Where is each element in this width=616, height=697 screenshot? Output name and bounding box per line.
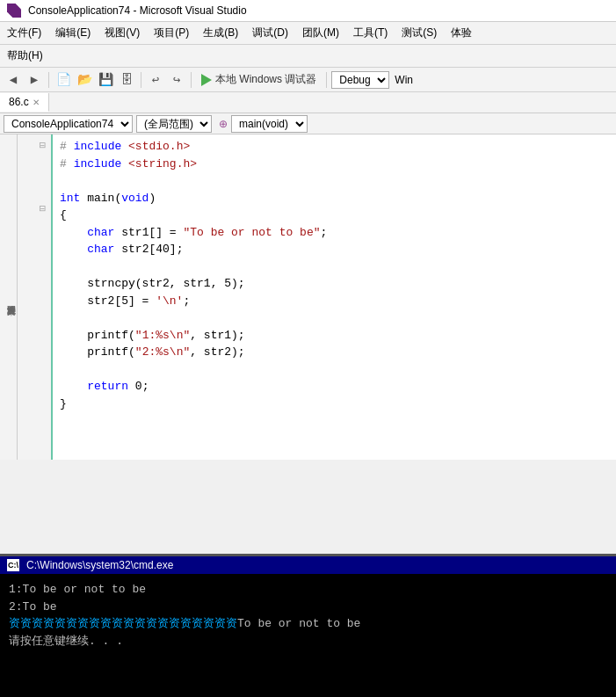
cmd-title-bar: C:\ C:\Windows\system32\cmd.exe — [0, 556, 616, 574]
save-all-btn[interactable]: 🗄 — [117, 70, 136, 90]
editor-area: 解决方案资源管理器 ⊟ ⊟ — [0, 134, 616, 460]
project-dropdown[interactable]: ConsoleApplication74 — [4, 115, 133, 133]
run-label: 本地 Windows 调试器 — [215, 72, 316, 87]
cmd-line-4: 请按任意键继续. . . — [9, 633, 607, 650]
redo-btn[interactable]: ↪ — [167, 70, 186, 90]
function-dropdown[interactable]: main(void) — [231, 115, 308, 133]
title-bar: ConsoleApplication74 - Microsoft Visual … — [0, 0, 616, 22]
back-btn[interactable]: ◀ — [4, 70, 23, 90]
vs-icon — [7, 4, 21, 18]
tab-close-icon[interactable]: ✕ — [33, 98, 40, 107]
forward-btn[interactable]: ▶ — [25, 70, 44, 90]
nav-bar: ConsoleApplication74 (全局范围) ⊕ main(void) — [0, 113, 616, 134]
menu-debug[interactable]: 调试(D) — [245, 22, 295, 44]
debug-dropdown[interactable]: Debug — [331, 71, 389, 89]
cmd-title: C:\Windows\system32\cmd.exe — [26, 559, 173, 571]
cmd-window: C:\ C:\Windows\system32\cmd.exe 1:To be … — [0, 554, 616, 697]
menu-project[interactable]: 项目(P) — [147, 22, 196, 44]
menu-exp[interactable]: 体验 — [444, 22, 479, 44]
new-file-btn[interactable]: 📄 — [54, 70, 73, 90]
code-container[interactable]: ⊟ ⊟ # include <stdio.h> # include <stri — [18, 134, 616, 460]
tab-bar: 86.c ✕ — [0, 92, 616, 113]
code-editor[interactable]: # include <stdio.h> # include <string.h>… — [53, 134, 616, 460]
menu-tools[interactable]: 工具(T) — [346, 22, 395, 44]
cmd-output: 1:To be or not to be 2:To be 资资资资资资资资资资资… — [0, 574, 616, 697]
left-sidebar: 解决方案资源管理器 — [0, 134, 18, 460]
line-numbers: ⊟ ⊟ — [18, 134, 53, 460]
run-button[interactable]: 本地 Windows 调试器 — [196, 70, 322, 89]
menu-bar-2: 帮助(H) — [0, 45, 616, 68]
menu-test[interactable]: 测试(S) — [395, 22, 444, 44]
menu-build[interactable]: 生成(B) — [196, 22, 245, 44]
scope-dropdown[interactable]: (全局范围) — [136, 115, 212, 133]
cmd-icon: C:\ — [7, 559, 19, 571]
function-icon: ⊕ — [219, 118, 228, 130]
sep1 — [48, 72, 49, 88]
garbled-text: 资资资资资资资资资资资资资资资资资资资资 — [9, 617, 237, 630]
menu-file[interactable]: 文件(F) — [0, 22, 48, 44]
tab-86c[interactable]: 86.c ✕ — [0, 93, 49, 112]
sep4 — [326, 72, 327, 88]
menu-bar: 文件(F) 编辑(E) 视图(V) 项目(P) 生成(B) 调试(D) 团队(M… — [0, 22, 616, 45]
menu-team[interactable]: 团队(M) — [295, 22, 346, 44]
undo-btn[interactable]: ↩ — [146, 70, 165, 90]
menu-edit[interactable]: 编辑(E) — [48, 22, 98, 44]
save-btn[interactable]: 💾 — [96, 70, 115, 90]
win-label: Win — [395, 74, 413, 86]
toolbar: ◀ ▶ 📄 📂 💾 🗄 ↩ ↪ 本地 Windows 调试器 Debug Win — [0, 68, 616, 92]
cmd-line-1: 1:To be or not to be — [9, 581, 607, 599]
editor-section: 86.c ✕ ConsoleApplication74 (全局范围) ⊕ mai… — [0, 92, 616, 554]
menu-help[interactable]: 帮助(H) — [0, 45, 50, 67]
open-btn[interactable]: 📂 — [75, 70, 94, 90]
title-text: ConsoleApplication74 - Microsoft Visual … — [28, 4, 247, 17]
menu-view[interactable]: 视图(V) — [98, 22, 147, 44]
cmd-line-3: 资资资资资资资资资资资资资资资资资资资资To be or not to be — [9, 615, 607, 633]
sep3 — [191, 72, 192, 88]
sep2 — [141, 72, 141, 88]
cmd-line-2: 2:To be — [9, 599, 607, 616]
run-triangle-icon — [201, 74, 212, 86]
tab-label: 86.c — [9, 96, 29, 108]
